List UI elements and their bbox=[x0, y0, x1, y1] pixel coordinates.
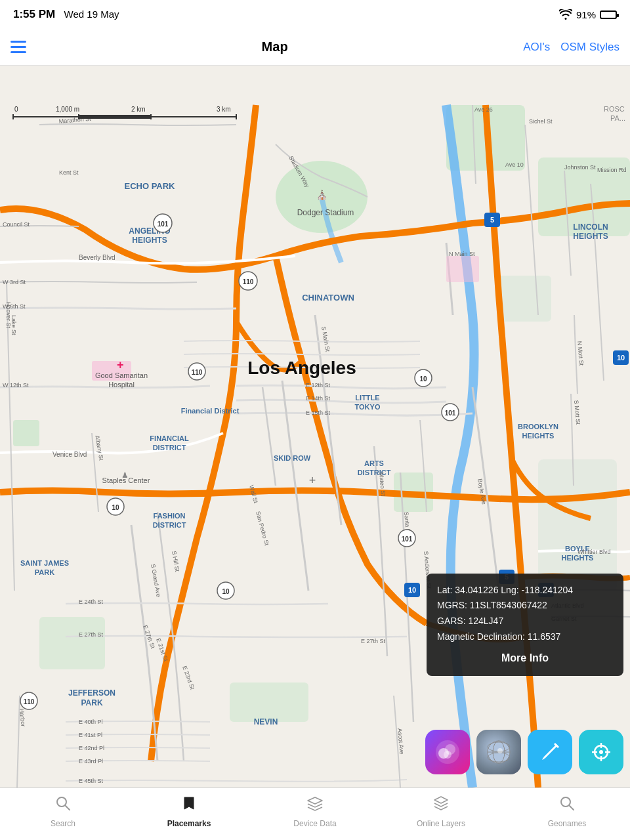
tab-bar: Search Placemarks Device Data Online Lay… bbox=[0, 788, 630, 840]
svg-text:E 40th Pl: E 40th Pl bbox=[79, 719, 103, 725]
mgrs-value: 11SLT8543067422 bbox=[470, 600, 547, 610]
svg-text:JEFFERSON: JEFFERSON bbox=[68, 688, 116, 698]
svg-text:Johnston St: Johnston St bbox=[564, 164, 596, 171]
date: Wed 19 May bbox=[64, 9, 119, 20]
svg-text:⛪: ⛪ bbox=[316, 190, 328, 201]
tab-geonames[interactable]: Geonames bbox=[504, 795, 630, 828]
mag-dec-value: 11.6537 bbox=[528, 631, 561, 642]
svg-text:Beverly Blvd: Beverly Blvd bbox=[79, 254, 116, 261]
gars-line: GARS: 124LJ47 bbox=[437, 614, 613, 629]
svg-rect-8 bbox=[39, 617, 105, 669]
mgrs-line: MGRS: 11SLT8543067422 bbox=[437, 598, 613, 614]
svg-text:Financial District: Financial District bbox=[181, 407, 240, 415]
svg-text:Dodger Stadium: Dodger Stadium bbox=[297, 208, 354, 217]
more-info-button[interactable]: More Info bbox=[437, 649, 613, 667]
svg-text:Venice Blvd: Venice Blvd bbox=[52, 451, 87, 458]
svg-text:HEIGHTS: HEIGHTS bbox=[573, 232, 608, 241]
geonames-tab-label: Geonames bbox=[548, 819, 587, 828]
status-right: 91% bbox=[559, 9, 617, 20]
geoname-tool-button[interactable] bbox=[425, 730, 470, 774]
svg-line-152 bbox=[65, 805, 70, 810]
svg-text:Sichel St: Sichel St bbox=[529, 118, 553, 125]
search-tab-label: Search bbox=[51, 819, 75, 828]
svg-text:PA...: PA... bbox=[610, 114, 625, 122]
svg-text:CHINATOWN: CHINATOWN bbox=[302, 293, 354, 303]
svg-rect-128 bbox=[79, 115, 151, 119]
svg-point-146 bbox=[599, 750, 603, 754]
map-container[interactable]: + ⛪ ♟ Los Angeles ECHO PARK ANGELINO HEI… bbox=[0, 66, 630, 788]
svg-text:ROSC: ROSC bbox=[604, 105, 625, 113]
svg-rect-9 bbox=[230, 682, 308, 722]
globe-tool-button[interactable] bbox=[476, 730, 521, 774]
locate-tool-button[interactable] bbox=[579, 730, 623, 774]
svg-text:ARTS: ARTS bbox=[364, 459, 384, 467]
tab-search[interactable]: Search bbox=[0, 795, 126, 828]
nav-actions: AOI's OSM Styles bbox=[523, 41, 620, 54]
svg-text:ECHO PARK: ECHO PARK bbox=[124, 181, 175, 191]
svg-text:E 43rd Pl: E 43rd Pl bbox=[79, 758, 103, 765]
gars-value: 124LJ47 bbox=[468, 616, 503, 626]
svg-text:LITTLE: LITTLE bbox=[355, 394, 379, 402]
nav-bar: Map AOI's OSM Styles bbox=[0, 29, 630, 66]
info-popup: Lat: 34.041226 Lng: -118.241204 MGRS: 11… bbox=[427, 574, 623, 676]
lng-label: Lng: bbox=[501, 585, 518, 595]
svg-text:101: 101 bbox=[402, 536, 413, 543]
placemarks-tab-icon bbox=[180, 795, 198, 816]
osm-styles-button[interactable]: OSM Styles bbox=[560, 41, 620, 54]
svg-text:NEVIN: NEVIN bbox=[254, 717, 278, 726]
gars-label: GARS: bbox=[437, 616, 466, 626]
mag-dec-line: Magnetic Declination: 11.6537 bbox=[437, 629, 613, 645]
svg-rect-7 bbox=[538, 459, 617, 591]
placemarks-tab-label: Placemarks bbox=[167, 819, 211, 828]
tab-online-layers[interactable]: Online Layers bbox=[378, 795, 504, 828]
edit-tool-button[interactable] bbox=[528, 730, 572, 774]
svg-text:FASHION: FASHION bbox=[154, 512, 186, 520]
svg-text:3 km: 3 km bbox=[217, 106, 231, 113]
globe-icon bbox=[486, 739, 512, 765]
svg-text:FINANCIAL: FINANCIAL bbox=[150, 434, 189, 442]
svg-text:101: 101 bbox=[158, 220, 169, 228]
svg-text:HEIGHTS: HEIGHTS bbox=[522, 432, 555, 440]
svg-text:N Main St: N Main St bbox=[449, 251, 475, 257]
svg-text:SAINT JAMES: SAINT JAMES bbox=[20, 559, 69, 567]
svg-text:Hospital: Hospital bbox=[108, 381, 135, 388]
svg-text:E 12th St: E 12th St bbox=[306, 382, 331, 388]
svg-text:E 27th St: E 27th St bbox=[79, 631, 104, 638]
lat-value: 34.041226 bbox=[455, 585, 498, 595]
svg-line-154 bbox=[569, 805, 574, 810]
svg-text:HEIGHTS: HEIGHTS bbox=[132, 236, 167, 245]
svg-text:110: 110 bbox=[192, 369, 203, 376]
svg-text:10: 10 bbox=[222, 588, 230, 595]
geonames-tab-icon bbox=[558, 795, 576, 816]
status-time: 1:55 PM Wed 19 May bbox=[13, 8, 119, 21]
svg-text:E 15th St: E 15th St bbox=[306, 410, 331, 416]
tab-placemarks[interactable]: Placemarks bbox=[126, 795, 252, 828]
hamburger-menu[interactable] bbox=[10, 41, 26, 53]
svg-rect-4 bbox=[499, 276, 551, 322]
svg-text:1,000 m: 1,000 m bbox=[56, 106, 79, 113]
svg-text:DISTRICT: DISTRICT bbox=[153, 444, 186, 452]
svg-rect-11 bbox=[446, 256, 479, 282]
svg-text:PARK: PARK bbox=[35, 568, 54, 576]
svg-text:Ave 26: Ave 26 bbox=[474, 106, 493, 113]
tab-device-data[interactable]: Device Data bbox=[252, 795, 378, 828]
svg-text:TOKYO: TOKYO bbox=[355, 403, 381, 411]
edit-pencil-icon bbox=[538, 740, 562, 764]
svg-text:DISTRICT: DISTRICT bbox=[153, 521, 186, 529]
svg-text:5: 5 bbox=[490, 216, 494, 224]
svg-text:Staples Center: Staples Center bbox=[102, 476, 150, 484]
svg-text:E 14th St: E 14th St bbox=[306, 395, 331, 402]
svg-text:E 42nd Pl: E 42nd Pl bbox=[79, 745, 104, 751]
svg-text:Good Samaritan: Good Samaritan bbox=[95, 371, 148, 379]
aoi-button[interactable]: AOI's bbox=[523, 41, 550, 54]
svg-text:BROOKLYN: BROOKLYN bbox=[518, 423, 558, 430]
svg-text:10: 10 bbox=[617, 354, 625, 362]
svg-text:PARK: PARK bbox=[81, 698, 102, 707]
battery-icon bbox=[600, 10, 617, 19]
lat-label: Lat: bbox=[437, 585, 452, 595]
map-tools bbox=[425, 730, 623, 774]
svg-text:E 41st Pl: E 41st Pl bbox=[79, 732, 102, 738]
svg-text:Kent St: Kent St bbox=[59, 169, 79, 176]
status-bar: 1:55 PM Wed 19 May 91% bbox=[0, 0, 630, 29]
svg-text:10: 10 bbox=[408, 586, 416, 594]
